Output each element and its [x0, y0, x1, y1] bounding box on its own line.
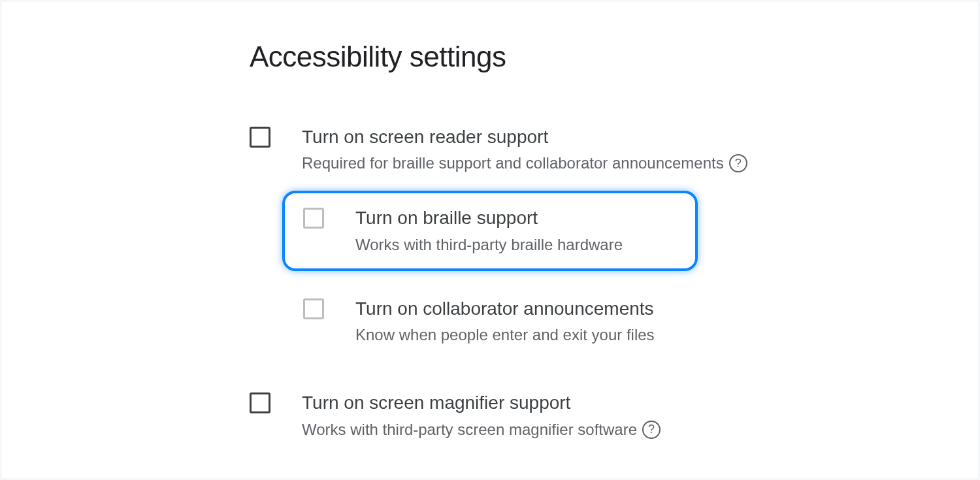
- section-gap: [250, 372, 979, 391]
- option-desc-text: Know when people enter and exit your fil…: [355, 326, 655, 344]
- option-label[interactable]: Turn on screen reader support: [302, 125, 747, 149]
- checkbox-collaborator[interactable]: [303, 298, 324, 319]
- option-desc: Works with third-party braille hardware: [355, 236, 623, 254]
- option-text-wrap: Turn on collaborator announcements Know …: [355, 297, 655, 344]
- option-text-wrap: Turn on braille support Works with third…: [355, 206, 623, 253]
- option-desc: Works with third-party screen magnifier …: [302, 421, 661, 439]
- option-text-wrap: Turn on screen magnifier support Works w…: [302, 391, 661, 438]
- help-icon[interactable]: ?: [729, 154, 747, 172]
- option-desc: Required for braille support and collabo…: [302, 154, 747, 172]
- option-label[interactable]: Turn on collaborator announcements: [355, 297, 655, 321]
- option-magnifier: Turn on screen magnifier support Works w…: [250, 391, 979, 438]
- option-label[interactable]: Turn on screen magnifier support: [302, 391, 661, 415]
- option-desc: Know when people enter and exit your fil…: [355, 326, 655, 344]
- option-desc-text: Works with third-party screen magnifier …: [302, 421, 637, 439]
- checkbox-magnifier[interactable]: [250, 392, 270, 413]
- checkbox-braille[interactable]: [303, 208, 324, 229]
- option-text-wrap: Turn on screen reader support Required f…: [302, 125, 747, 172]
- page-title: Accessibility settings: [250, 40, 979, 73]
- settings-panel: Accessibility settings Turn on screen re…: [1, 1, 979, 479]
- option-label[interactable]: Turn on braille support: [355, 206, 623, 230]
- help-icon[interactable]: ?: [642, 421, 661, 439]
- option-collaborator: Turn on collaborator announcements Know …: [282, 284, 979, 359]
- option-desc-text: Works with third-party braille hardware: [355, 236, 623, 254]
- option-desc-text: Required for braille support and collabo…: [302, 154, 724, 172]
- checkbox-screen-reader[interactable]: [250, 127, 270, 148]
- option-braille: Turn on braille support Works with third…: [282, 191, 698, 270]
- sub-options-group: Turn on braille support Works with third…: [282, 191, 979, 359]
- option-screen-reader: Turn on screen reader support Required f…: [250, 125, 979, 172]
